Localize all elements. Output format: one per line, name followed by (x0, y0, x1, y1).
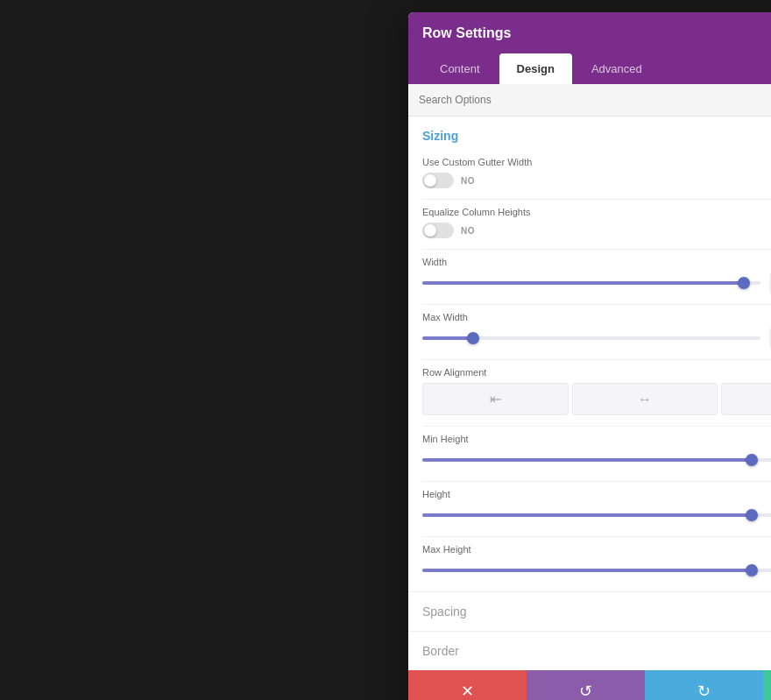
min-height-slider-fill (422, 458, 752, 462)
bottom-toolbar: ✕ ↺ ↻ ✓ (408, 670, 771, 700)
use-custom-gutter-toggle[interactable] (422, 173, 454, 188)
width-slider-fill (422, 281, 744, 285)
panel-header: Row Settings ⤢ ⊞ ⋮ (408, 12, 771, 53)
search-input[interactable] (419, 94, 771, 106)
use-custom-gutter-state: NO (461, 176, 475, 186)
tab-design[interactable]: Design (499, 53, 572, 84)
tab-advanced[interactable]: Advanced (574, 53, 660, 84)
alignment-buttons: ⇤ ↔ ⇥ (422, 383, 771, 415)
undo-icon: ↺ (579, 682, 592, 700)
max-width-group: Max Width 2 (408, 305, 771, 359)
align-left-button[interactable]: ⇤ (422, 383, 569, 415)
row-settings-panel: Row Settings ⤢ ⊞ ⋮ Content Design Advanc… (408, 12, 771, 700)
width-slider-row: 1 (422, 272, 771, 293)
max-height-label: Max Height (422, 544, 771, 555)
max-width-slider-track[interactable] (422, 336, 760, 340)
min-height-group: Min Height (408, 427, 771, 481)
row-alignment-label: Row Alignment (422, 367, 771, 378)
height-slider-fill (422, 513, 752, 517)
save-button[interactable]: ✓ (763, 670, 771, 700)
max-height-slider-row (422, 560, 771, 581)
equalize-heights-state: NO (461, 226, 475, 236)
max-height-slider-fill (422, 569, 752, 572)
cancel-icon: ✕ (461, 682, 474, 700)
redo-icon: ↻ (697, 682, 711, 700)
width-slider-track[interactable] (422, 281, 760, 285)
panel-title: Row Settings (422, 25, 511, 41)
sizing-section-header: Sizing ∧ ⋮ (408, 117, 771, 150)
width-group: Width 1 (408, 250, 771, 304)
redo-button[interactable]: ↻ (645, 670, 763, 700)
tab-content[interactable]: Content (422, 53, 498, 84)
tabs-bar: Content Design Advanced (408, 53, 771, 84)
sizing-title: Sizing (422, 129, 458, 143)
search-bar: + Filter (408, 84, 771, 117)
max-width-label: Max Width (422, 312, 771, 322)
equalize-heights-toggle[interactable] (422, 223, 454, 238)
use-custom-gutter-label: Use Custom Gutter Width (422, 157, 771, 167)
spacing-title: Spacing (422, 605, 467, 619)
width-slider-thumb[interactable] (738, 277, 750, 289)
use-custom-gutter-toggle-row: NO (422, 173, 771, 188)
border-section[interactable]: Border ∨ (408, 631, 771, 670)
min-height-slider-thumb[interactable] (746, 454, 758, 466)
equalize-heights-toggle-row: NO (422, 223, 771, 238)
align-right-button[interactable]: ⇥ (721, 383, 771, 415)
min-height-slider-row (422, 449, 771, 470)
use-custom-gutter-group: Use Custom Gutter Width NO (408, 150, 771, 199)
equalize-heights-group: Equalize Column Heights NO (408, 200, 771, 249)
max-height-slider-track[interactable] (422, 569, 771, 572)
align-center-button[interactable]: ↔ (572, 383, 718, 415)
min-height-slider-track[interactable] (422, 458, 771, 462)
spacing-section[interactable]: Spacing ∨ (408, 591, 771, 631)
max-width-slider-thumb[interactable] (467, 332, 479, 344)
panel-content: Sizing ∧ ⋮ Use Custom Gutter Width NO Eq… (408, 117, 771, 670)
max-height-group: Max Height (408, 537, 771, 591)
row-alignment-group: Row Alignment ⇤ ↔ ⇥ (408, 360, 771, 426)
height-slider-row (422, 505, 771, 526)
max-height-slider-thumb[interactable] (746, 564, 758, 576)
height-slider-thumb[interactable] (746, 509, 758, 521)
width-label: Width (422, 257, 771, 267)
max-width-slider-fill (422, 336, 473, 340)
height-label: Height (422, 489, 771, 499)
height-group: Height (408, 482, 771, 536)
cancel-button[interactable]: ✕ (408, 670, 527, 700)
height-slider-track[interactable] (422, 513, 771, 517)
equalize-heights-label: Equalize Column Heights (422, 207, 771, 217)
max-width-slider-row: 2 (422, 328, 771, 349)
min-height-label: Min Height (422, 434, 771, 444)
undo-button[interactable]: ↺ (527, 670, 645, 700)
border-title: Border (422, 644, 459, 658)
